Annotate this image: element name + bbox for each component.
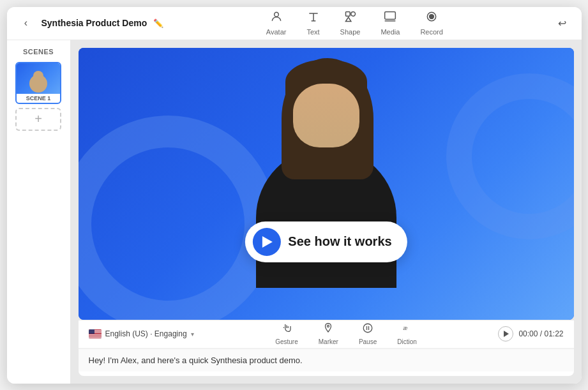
scene-1-label: SCENE 1 [17,94,60,103]
main-content: Scenes SCENE 1 + [7,40,582,384]
toolbar-avatar-label: Avatar [266,28,287,36]
svg-point-0 [274,12,278,17]
subtitle-text: Hey! I'm Alex, and here's a quick Synthe… [89,356,303,365]
undo-button[interactable]: ↩ [554,14,571,32]
pause-icon [362,322,373,337]
edit-icon[interactable]: ✏️ [153,19,163,28]
toolbar-media-label: Media [381,28,400,36]
toolbar-record[interactable]: Record [420,10,442,36]
toolbar-text[interactable]: Text [306,10,319,36]
svg-rect-4 [345,12,350,17]
toolbar-avatar[interactable]: Avatar [266,10,287,36]
top-bar-left: ‹ Synthesia Product Demo ✏️ [17,14,164,32]
media-icon [384,10,396,26]
diction-control[interactable]: æ Diction [397,322,417,345]
controls-top-row: English (US) · Engaging ▾ Gestu [79,320,574,349]
avatar-figure [218,52,435,320]
toolbar-shape-label: Shape [340,28,361,36]
language-label: English (US) · Engaging [105,329,187,338]
play-overlay-label: See how it works [288,234,391,249]
language-selector[interactable]: English (US) · Engaging ▾ [89,329,194,338]
toolbar: Avatar Text Shape [163,10,545,36]
subtitle-bar: Hey! I'm Alex, and here's a quick Synthe… [79,349,574,371]
play-time-button[interactable] [498,326,513,341]
svg-rect-7 [385,12,396,20]
svg-point-5 [351,12,355,17]
play-circle-icon [252,228,280,256]
canvas-area: See how it works English (US) · Engaging… [71,40,582,384]
play-triangle-icon [262,236,273,248]
diction-icon: æ [402,322,413,337]
gesture-icon [281,322,292,337]
toolbar-shape[interactable]: Shape [340,10,361,36]
gesture-control[interactable]: Gesture [275,322,298,345]
flag-icon [89,329,102,338]
project-title: Synthesia Product Demo [41,18,147,28]
add-scene-button[interactable]: + [15,108,61,131]
pause-label: Pause [359,338,377,345]
top-bar-right: ↩ [546,14,571,32]
time-controls: 00:00 / 01:22 [498,326,563,341]
avatar-head [288,64,365,154]
scenes-label: Scenes [23,48,54,56]
toolbar-text-label: Text [306,28,319,36]
text-icon [307,10,320,26]
shape-icon [344,10,357,26]
marker-label: Marker [319,338,338,345]
toolbar-media[interactable]: Media [381,10,400,36]
toolbar-record-label: Record [420,28,442,36]
svg-point-11 [328,326,329,327]
gesture-label: Gesture [275,338,298,345]
back-button[interactable]: ‹ [17,14,35,32]
bottom-controls: English (US) · Engaging ▾ Gestu [79,320,574,376]
time-display: 00:00 / 01:22 [518,329,563,338]
app-window: ‹ Synthesia Product Demo ✏️ Avatar [7,7,582,384]
svg-text:æ: æ [403,324,407,331]
video-canvas: See how it works [79,48,574,320]
marker-control[interactable]: Marker [319,322,338,345]
svg-point-10 [430,15,434,19]
scene-1-thumb[interactable]: SCENE 1 [15,62,61,104]
marker-icon [322,322,334,337]
play-overlay-button[interactable]: See how it works [245,221,407,262]
scene-thumb-bg [17,63,60,94]
top-bar: ‹ Synthesia Product Demo ✏️ Avatar [7,7,582,40]
record-icon [425,10,438,26]
svg-marker-6 [345,17,351,22]
avatar-face [293,84,359,147]
playback-controls: Gesture Marker [194,322,499,345]
pause-control[interactable]: Pause [359,322,377,345]
sidebar: Scenes SCENE 1 + [7,40,71,384]
scene-thumb-avatar [29,75,47,93]
svg-point-12 [363,324,372,333]
play-time-icon [504,331,509,337]
diction-label: Diction [397,338,417,345]
avatar-icon [270,10,283,26]
